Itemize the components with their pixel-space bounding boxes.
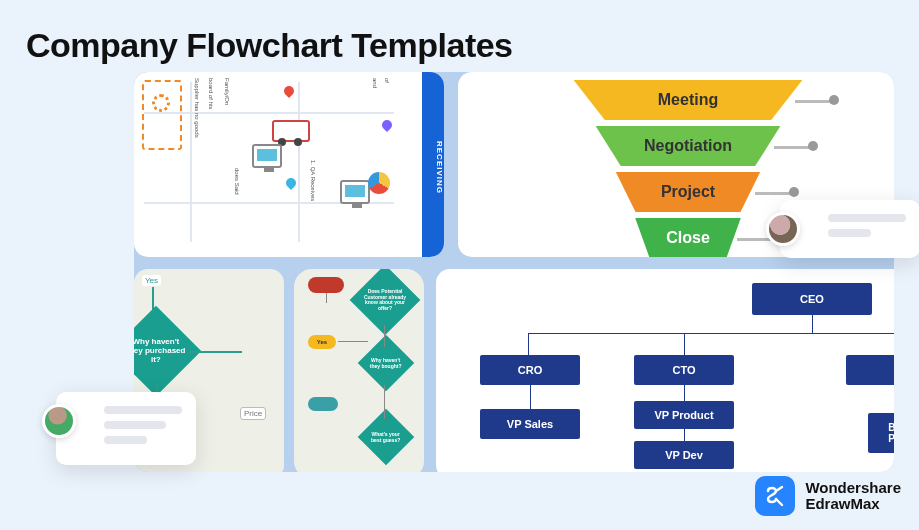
template-card-supply-chain[interactable]: RECEIVING Supplier has no goods board of… bbox=[134, 72, 444, 257]
page-title: Company Flowchart Templates bbox=[26, 26, 513, 65]
truck-icon bbox=[272, 120, 310, 142]
funnel-connector bbox=[755, 192, 791, 195]
outcome-node bbox=[308, 397, 338, 411]
org-node-cto: CTO bbox=[634, 355, 734, 385]
avatar bbox=[766, 212, 800, 246]
diagram-text: 1. QA Receives bbox=[310, 160, 316, 201]
funnel-connector bbox=[737, 238, 773, 241]
placeholder-line bbox=[828, 214, 906, 222]
template-card-org-chart[interactable]: CEO CRO CTO VP Sales VP Product VP Dev B… bbox=[436, 269, 894, 472]
brand-text: Wondershare EdrawMax bbox=[805, 480, 901, 513]
funnel-connector bbox=[795, 100, 831, 103]
funnel-connector-knob bbox=[808, 141, 818, 151]
answer-node: Yes bbox=[308, 335, 336, 349]
diagram-text: board of his bbox=[208, 78, 214, 109]
funnel-connector-knob bbox=[829, 95, 839, 105]
start-node bbox=[308, 277, 344, 293]
funnel-connector bbox=[774, 146, 810, 149]
comment-card bbox=[780, 200, 919, 258]
map-pin-icon bbox=[282, 84, 296, 98]
placeholder-line bbox=[104, 421, 166, 429]
brand-badge: Wondershare EdrawMax bbox=[755, 476, 901, 516]
edrawmax-logo-icon bbox=[755, 476, 795, 516]
template-gallery: RECEIVING Supplier has no goods board of… bbox=[134, 72, 894, 472]
gear-icon bbox=[152, 94, 170, 112]
diagram-text: of bbox=[384, 78, 390, 83]
template-card-mobile-flow[interactable]: Does Potential Customer already know abo… bbox=[294, 269, 424, 472]
monitor-icon bbox=[252, 144, 282, 168]
placeholder-line bbox=[104, 406, 182, 414]
funnel-stage: Meeting bbox=[558, 80, 818, 120]
diagram-text: Supplier has no goods bbox=[194, 78, 200, 138]
placeholder-line bbox=[828, 229, 871, 237]
map-pin-icon bbox=[380, 118, 394, 132]
branch-label-yes: Yes bbox=[142, 275, 161, 286]
funnel-stage: Project bbox=[606, 172, 770, 212]
diagram-text: does Said bbox=[234, 168, 240, 195]
map-pin-icon bbox=[284, 176, 298, 190]
branch-label-price: Price bbox=[240, 407, 266, 420]
decision-node: What's your best guess? bbox=[358, 409, 415, 466]
pie-chart-icon bbox=[368, 172, 390, 194]
funnel-stage: Close bbox=[628, 218, 748, 257]
org-node-cro: CRO bbox=[480, 355, 580, 385]
org-node-extra: Bu Perf bbox=[868, 413, 894, 453]
supply-chain-diagram: Supplier has no goods board of his Famil… bbox=[134, 72, 422, 257]
org-node-vp-product: VP Product bbox=[634, 401, 734, 429]
diagram-text: Family/On bbox=[224, 78, 230, 105]
org-node-blank bbox=[846, 355, 894, 385]
decision-node: Does Potential Customer already know abo… bbox=[350, 269, 421, 335]
receiving-lane-label: RECEIVING bbox=[422, 72, 444, 257]
org-node-vp-dev: VP Dev bbox=[634, 441, 734, 469]
decision-node: Why haven't they bought? bbox=[358, 335, 415, 392]
avatar bbox=[42, 404, 76, 438]
org-node-vp-sales: VP Sales bbox=[480, 409, 580, 439]
funnel-connector-knob bbox=[789, 187, 799, 197]
diagram-text: and bbox=[372, 78, 378, 88]
monitor-icon bbox=[340, 180, 370, 204]
org-node-ceo: CEO bbox=[752, 283, 872, 315]
comment-card bbox=[56, 392, 196, 465]
funnel-stage: Negotiation bbox=[583, 126, 793, 166]
placeholder-line bbox=[104, 436, 147, 444]
